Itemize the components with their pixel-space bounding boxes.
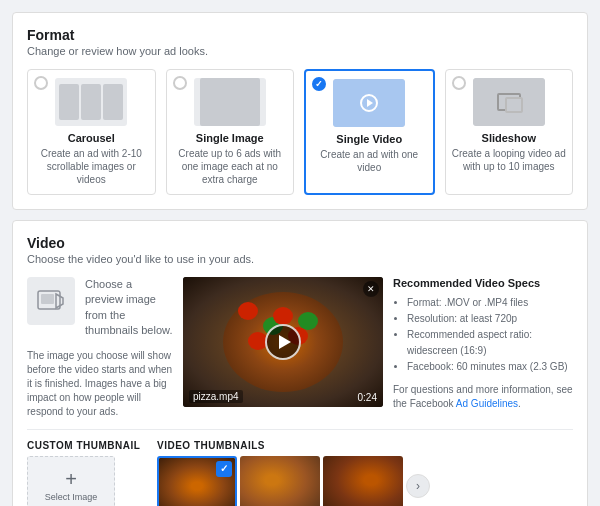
custom-thumb-label: CUSTOM THUMBNAIL (27, 440, 157, 451)
video-section: Video Choose the video you'd like to use… (12, 220, 588, 506)
carousel-preview-inner (55, 80, 127, 124)
carousel-thumb-2 (81, 84, 101, 120)
video-subtitle: Choose the video you'd like to use in yo… (27, 253, 573, 265)
carousel-thumb-1 (59, 84, 79, 120)
format-title: Format (27, 27, 573, 43)
slideshow-desc: Create a looping video ad with up to 10 … (452, 147, 567, 173)
thumb-pizza-img-3 (323, 456, 403, 506)
close-button[interactable]: ✕ (363, 281, 379, 297)
radio-carousel (34, 76, 48, 90)
thumbnails-row: CUSTOM THUMBNAIL + Select Image VIDEO TH… (27, 429, 573, 506)
thumbnail-item-2[interactable] (240, 456, 320, 506)
video-info-text: The image you choose will show before th… (27, 349, 173, 419)
video-main-row: Choose a preview image from the thumbnai… (27, 277, 573, 419)
video-filename: pizza.mp4 (189, 390, 243, 403)
play-icon-small (360, 94, 378, 112)
single-image-name: Single Image (196, 132, 264, 144)
format-options-row: Carousel Create an ad with 2-10 scrollab… (27, 69, 573, 195)
thumbnail-item-3[interactable] (323, 456, 403, 506)
thumb-check-icon: ✓ (216, 461, 232, 477)
custom-thumbnail-section: CUSTOM THUMBNAIL + Select Image (27, 440, 157, 506)
video-duration: 0:24 (358, 392, 377, 403)
ad-guidelines-link[interactable]: Ad Guidelines (456, 398, 518, 409)
thumb-pizza-img-2 (240, 456, 320, 506)
video-preview-img: ✕ pizza.mp4 0:24 (183, 277, 383, 407)
page-container: Format Change or review how your ad look… (0, 0, 600, 506)
slideshow-name: Slideshow (482, 132, 536, 144)
play-button-large[interactable] (265, 324, 301, 360)
carousel-desc: Create an ad with 2-10 scrollable images… (34, 147, 149, 186)
thumb-nav-right[interactable]: › (406, 474, 430, 498)
video-placeholder-icon (27, 277, 75, 325)
video-choose-text: Choose a preview image from the thumbnai… (85, 277, 173, 339)
select-image-label: Select Image (45, 492, 98, 502)
radio-single-image (173, 76, 187, 90)
single-image-preview (194, 78, 266, 126)
spec-item-3: Recommended aspect ratio: widescreen (16… (407, 327, 573, 359)
custom-thumb-box[interactable]: + Select Image (27, 456, 115, 506)
format-option-single-image[interactable]: Single Image Create up to 6 ads with one… (166, 69, 295, 195)
thumbnail-item-1[interactable]: ✓ (157, 456, 237, 506)
specs-title: Recommended Video Specs (393, 277, 573, 289)
format-option-single-video[interactable]: Single Video Create an ad with one video (304, 69, 435, 195)
video-specs-col: Recommended Video Specs Format: .MOV or … (393, 277, 573, 411)
slideshow-icon (497, 93, 521, 111)
carousel-name: Carousel (68, 132, 115, 144)
carousel-thumb-3 (103, 84, 123, 120)
video-thumbnails-section: VIDEO THUMBNAILS ✓ › (157, 440, 573, 506)
single-video-name: Single Video (336, 133, 402, 145)
format-option-carousel[interactable]: Carousel Create an ad with 2-10 scrollab… (27, 69, 156, 195)
video-choose-area: Choose a preview image from the thumbnai… (27, 277, 173, 339)
single-img-box (200, 78, 260, 126)
video-thumb-label: VIDEO THUMBNAILS (157, 440, 573, 451)
thumb-strip: ✓ › (157, 456, 573, 506)
spec-item-4: Facebook: 60 minutes max (2.3 GB) (407, 359, 573, 375)
svg-rect-1 (41, 294, 54, 304)
chevron-right-icon: › (416, 479, 420, 493)
format-section: Format Change or review how your ad look… (12, 12, 588, 210)
single-image-desc: Create up to 6 ads with one image each a… (173, 147, 288, 186)
spec-item-2: Resolution: at least 720p (407, 311, 573, 327)
video-title: Video (27, 235, 573, 251)
video-preview-container: ✕ pizza.mp4 0:24 (183, 277, 383, 407)
carousel-preview (55, 78, 127, 126)
video-preview-box (333, 79, 405, 127)
single-video-preview (333, 79, 405, 127)
radio-slideshow (452, 76, 466, 90)
plus-icon: + (65, 469, 77, 489)
video-left-col: Choose a preview image from the thumbnai… (27, 277, 173, 419)
specs-list: Format: .MOV or .MP4 files Resolution: a… (393, 295, 573, 375)
format-option-slideshow[interactable]: Slideshow Create a looping video ad with… (445, 69, 574, 195)
format-subtitle: Change or review how your ad looks. (27, 45, 573, 57)
close-icon: ✕ (367, 284, 375, 294)
slideshow-preview (473, 78, 545, 126)
video-choose-label: Choose a preview image from the thumbnai… (85, 278, 172, 336)
specs-note: For questions and more information, see … (393, 383, 573, 411)
slideshow-preview-inner (473, 78, 545, 126)
radio-single-video (312, 77, 326, 91)
single-video-desc: Create an ad with one video (312, 148, 427, 174)
spec-item-1: Format: .MOV or .MP4 files (407, 295, 573, 311)
